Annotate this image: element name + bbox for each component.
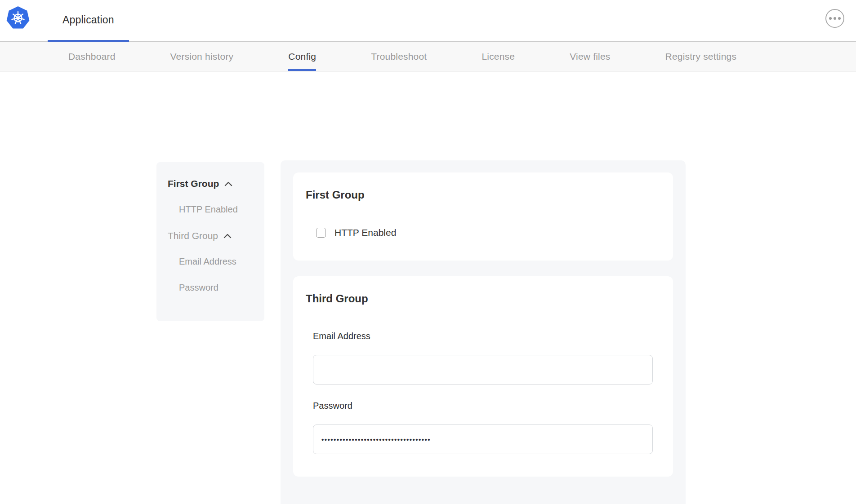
tab-dashboard[interactable]: Dashboard <box>68 42 116 71</box>
field-email-address: Email Address <box>313 331 651 385</box>
config-nav-email-address[interactable]: Email Address <box>179 256 264 267</box>
tab-license[interactable]: License <box>482 42 515 71</box>
http-enabled-checkbox[interactable] <box>316 228 326 238</box>
config-nav-http-enabled[interactable]: HTTP Enabled <box>179 204 264 215</box>
http-enabled-checkbox-row[interactable]: HTTP Enabled <box>316 227 651 238</box>
field-label: Email Address <box>313 331 651 341</box>
config-group-card-first-group: First GroupHTTP Enabled <box>293 172 673 261</box>
tab-version-history[interactable]: Version history <box>170 42 234 71</box>
config-group-card-third-group: Third GroupEmail AddressPassword <box>293 276 673 477</box>
ellipsis-menu-icon[interactable] <box>825 9 844 28</box>
checkbox-label: HTTP Enabled <box>334 227 396 238</box>
field-password: Password <box>313 401 651 454</box>
app-tab-application[interactable]: Application <box>48 0 129 42</box>
tab-config[interactable]: Config <box>288 42 316 71</box>
config-nav-third-group[interactable]: Third Group <box>168 230 264 241</box>
config-nav-first-group[interactable]: First Group <box>168 178 264 189</box>
config-nav-group-label: First Group <box>168 178 219 189</box>
tab-view-files[interactable]: View files <box>570 42 610 71</box>
group-title: First Group <box>306 189 651 201</box>
password-input[interactable] <box>313 424 653 454</box>
chevron-up-icon <box>223 234 232 239</box>
config-group-sidebar: First GroupHTTP EnabledThird GroupEmail … <box>156 162 264 321</box>
field-label: Password <box>313 401 651 411</box>
config-main-panel: First GroupHTTP EnabledThird GroupEmail … <box>281 160 686 504</box>
tab-troubleshoot[interactable]: Troubleshoot <box>371 42 427 71</box>
config-page: First GroupHTTP EnabledThird GroupEmail … <box>0 71 856 504</box>
config-nav-group-label: Third Group <box>168 230 218 241</box>
chevron-up-icon <box>224 181 232 186</box>
config-nav-password[interactable]: Password <box>179 283 264 293</box>
top-header: Application <box>0 0 856 42</box>
group-title: Third Group <box>306 292 651 305</box>
app-tab-label: Application <box>62 14 114 26</box>
email-address-input[interactable] <box>313 355 653 385</box>
kubernetes-logo-icon <box>6 6 30 30</box>
tab-registry-settings[interactable]: Registry settings <box>665 42 737 71</box>
app-subnav: DashboardVersion historyConfigTroublesho… <box>0 42 856 71</box>
